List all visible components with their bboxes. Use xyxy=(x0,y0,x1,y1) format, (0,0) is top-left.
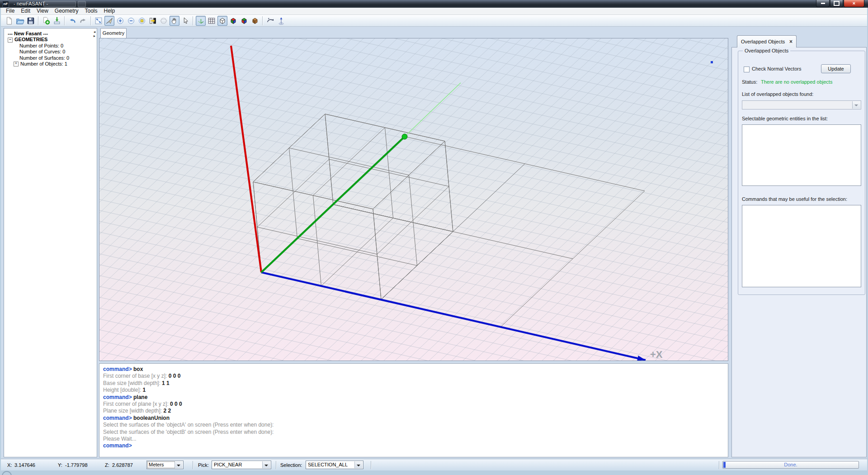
pan-hand-icon xyxy=(170,16,179,25)
toolbar-separator xyxy=(193,16,193,25)
console-line: Select the surfaces of the 'objectA' on … xyxy=(103,422,724,428)
menu-file[interactable]: File xyxy=(3,8,18,14)
console-line: Plane size [width depth]: 2 2 xyxy=(103,408,724,414)
cube-wireframe-button[interactable] xyxy=(217,16,227,26)
mesh-grid-button[interactable] xyxy=(207,16,217,26)
tree-item[interactable]: Number of Surfaces: 0 xyxy=(6,55,96,61)
cube-solid-rgb2-button[interactable] xyxy=(239,16,249,26)
menu-tools[interactable]: Tools xyxy=(82,8,101,14)
svg-text:+X: +X xyxy=(650,349,663,360)
update-button[interactable]: Update xyxy=(821,64,851,73)
chevron-down-icon xyxy=(175,461,183,468)
redo-button[interactable] xyxy=(78,16,88,26)
chevron-down-icon xyxy=(354,461,363,468)
coord-x-label: X: xyxy=(7,462,12,468)
title-bar[interactable]: nF - newFASANT - × xyxy=(0,0,868,8)
new-file-button[interactable] xyxy=(4,16,14,26)
zoom-out-button[interactable] xyxy=(126,16,136,26)
entities-listbox[interactable] xyxy=(742,124,861,186)
titlebar-ghost-window xyxy=(78,1,86,7)
menu-view[interactable]: View xyxy=(33,8,52,14)
close-icon: × xyxy=(853,0,855,6)
overlapped-objects-dropdown[interactable] xyxy=(742,100,861,109)
status-label: Status: xyxy=(742,79,757,85)
tree-item-label: Number of Curves: 0 xyxy=(19,49,65,55)
zoom-window-button[interactable] xyxy=(137,16,147,26)
minimize-button[interactable] xyxy=(816,0,830,7)
import-button[interactable] xyxy=(52,16,62,26)
statusbar-divider xyxy=(719,461,720,469)
selection-dropdown[interactable]: SELECTION_ALL xyxy=(306,461,363,469)
rotate-view-icon xyxy=(266,16,275,25)
undo-button[interactable] xyxy=(67,16,77,26)
menu-geometry[interactable]: Geometry xyxy=(52,8,82,14)
zoom-out-icon xyxy=(127,16,136,25)
antenna-icon xyxy=(277,16,286,25)
cube-solid-rgb-icon xyxy=(229,16,238,25)
close-button[interactable]: × xyxy=(844,0,864,7)
tree-item-label: Number of Points: 0 xyxy=(19,43,63,49)
pan-hand-button[interactable] xyxy=(170,16,179,26)
zoom-in-button[interactable] xyxy=(115,16,125,26)
newfasant-window: { "window": { "title": "- newFASANT -", … xyxy=(0,0,868,475)
checkbox-label: Check Normal Vectors xyxy=(752,66,801,71)
console-line: command> box xyxy=(103,366,724,373)
tree-item[interactable]: Number of Curves: 0 xyxy=(6,49,96,55)
console-line: Height [double]: 1 xyxy=(103,387,724,394)
cursor-button[interactable] xyxy=(180,16,190,26)
menu-help[interactable]: Help xyxy=(101,8,118,14)
save-button[interactable] xyxy=(26,16,36,26)
tab-geometry[interactable]: Geometry xyxy=(100,28,127,38)
orbit-icon xyxy=(159,16,168,25)
splitter-collapse-right-icon[interactable]: ► xyxy=(92,34,97,38)
cube-solid-brown-button[interactable] xyxy=(250,16,260,26)
command-console[interactable]: command> boxFirst corner of base [x y z]… xyxy=(99,363,728,457)
console-line: First corner of plane [x y z]: 0 0 0 xyxy=(103,401,724,408)
pick-dropdown[interactable]: PICK_NEAR xyxy=(212,461,271,469)
tree-item[interactable]: +Number of Objects: 1 xyxy=(6,61,96,67)
collapse-icon[interactable]: − xyxy=(8,38,13,43)
add-entity-button[interactable] xyxy=(41,16,51,26)
geometry-tree-panel[interactable]: --- New Fasant ---−GEOMETRIESNumber of P… xyxy=(4,28,97,457)
axes-button[interactable] xyxy=(196,16,206,26)
console-line: command> xyxy=(103,442,724,449)
add-entity-icon xyxy=(42,16,51,25)
orbit-button[interactable] xyxy=(159,16,169,26)
minimize-icon xyxy=(821,3,825,4)
rotate-view-button[interactable] xyxy=(265,16,275,26)
cube-solid-brown-icon xyxy=(250,16,259,25)
tab-overlapped-objects[interactable]: Overlapped Objects × xyxy=(737,35,797,48)
units-dropdown[interactable]: Meters xyxy=(146,461,184,469)
open-folder-button[interactable] xyxy=(15,16,25,26)
entities-label: Selectable geometric entities in the lis… xyxy=(742,116,828,121)
maximize-button[interactable] xyxy=(830,0,843,7)
expand-icon[interactable]: + xyxy=(14,62,19,66)
tree-root[interactable]: --- New Fasant --- xyxy=(6,31,96,37)
select-tool-button[interactable] xyxy=(104,16,114,26)
check-normal-vectors-checkbox[interactable] xyxy=(744,66,750,72)
menu-bar: FileEditViewGeometryToolsHelp xyxy=(1,8,867,15)
tree-item[interactable]: Number of Points: 0 xyxy=(6,43,96,49)
swap-view-button[interactable] xyxy=(148,16,158,26)
antenna-button[interactable] xyxy=(276,16,286,26)
import-icon xyxy=(52,16,61,25)
tree-node-geometries[interactable]: −GEOMETRIES xyxy=(6,37,96,43)
statusbar-divider xyxy=(371,461,372,469)
tree-item-label: Number of Surfaces: 0 xyxy=(19,55,69,61)
splitter-collapse-left-icon[interactable]: ◄ xyxy=(92,30,97,34)
tree-splitter[interactable]: ◄ ► xyxy=(92,30,97,38)
tree-item-label: Number of Objects: 1 xyxy=(20,61,67,67)
pick-label: Pick: xyxy=(198,462,209,468)
chevron-down-icon xyxy=(852,101,860,109)
console-line: First corner of base [x y z]: 0 0 0 xyxy=(103,373,724,380)
coord-y-value: -1.779798 xyxy=(65,462,88,468)
console-line: command> booleanUnion xyxy=(103,415,724,422)
viewport-3d[interactable]: +X xyxy=(99,38,728,361)
tab-close-icon[interactable]: × xyxy=(789,39,793,44)
toolbar-separator xyxy=(64,16,65,25)
commands-listbox[interactable] xyxy=(742,205,861,287)
cube-solid-rgb-button[interactable] xyxy=(228,16,238,26)
menu-edit[interactable]: Edit xyxy=(18,8,33,14)
statusbar-divider xyxy=(276,461,277,469)
zoom-fit-button[interactable] xyxy=(94,16,104,26)
